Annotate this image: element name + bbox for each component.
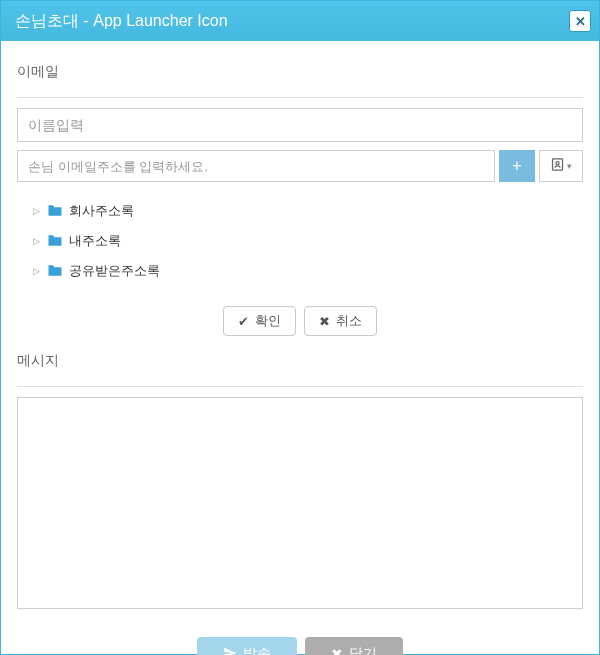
dialog-window: 손님초대 - App Launcher Icon ✕ 이메일 +: [0, 0, 600, 655]
footer-row: 발송 ✖ 닫기: [17, 637, 583, 655]
cancel-button[interactable]: ✖ 취소: [304, 306, 377, 336]
titlebar[interactable]: 손님초대 - App Launcher Icon ✕: [1, 1, 599, 41]
paper-plane-icon: [223, 646, 237, 656]
folder-icon: [47, 263, 63, 280]
chevron-right-icon: ▷: [33, 266, 41, 276]
message-textarea[interactable]: [17, 397, 583, 609]
confirm-cancel-row: ✔ 확인 ✖ 취소: [17, 306, 583, 336]
send-button[interactable]: 발송: [197, 637, 297, 655]
message-section-label: 메시지: [17, 352, 583, 370]
confirm-label: 확인: [255, 312, 281, 330]
window-title: 손님초대 - App Launcher Icon: [15, 11, 228, 32]
x-icon: ✖: [319, 314, 330, 329]
chevron-down-icon: ▾: [567, 161, 572, 171]
plus-icon: +: [512, 157, 521, 175]
check-icon: ✔: [238, 314, 249, 329]
address-book-tree: ▷ 회사주소록 ▷ 내주소록 ▷ 공유받은주소록: [17, 192, 583, 300]
dialog-content: 이메일 + ▾ ▷: [1, 41, 599, 655]
close-button[interactable]: ✖ 닫기: [305, 637, 403, 655]
tree-item-label: 회사주소록: [69, 202, 134, 220]
folder-icon: [47, 203, 63, 220]
cancel-label: 취소: [336, 312, 362, 330]
chevron-right-icon: ▷: [33, 206, 41, 216]
tree-item-company[interactable]: ▷ 회사주소록: [33, 196, 583, 226]
x-icon: ✖: [331, 646, 343, 655]
close-label: 닫기: [349, 645, 377, 655]
confirm-button[interactable]: ✔ 확인: [223, 306, 296, 336]
tree-item-shared[interactable]: ▷ 공유받은주소록: [33, 256, 583, 286]
folder-icon: [47, 233, 63, 250]
tree-item-my[interactable]: ▷ 내주소록: [33, 226, 583, 256]
guest-email-input[interactable]: [17, 150, 495, 182]
tree-item-label: 내주소록: [69, 232, 121, 250]
send-label: 발송: [243, 645, 271, 655]
name-input[interactable]: [17, 108, 583, 142]
address-book-icon: [550, 157, 565, 175]
window-close-button[interactable]: ✕: [569, 10, 591, 32]
chevron-right-icon: ▷: [33, 236, 41, 246]
close-icon: ✕: [575, 14, 586, 29]
svg-point-1: [556, 162, 559, 165]
add-button[interactable]: +: [499, 150, 535, 182]
contact-dropdown[interactable]: ▾: [539, 150, 583, 182]
tree-item-label: 공유받은주소록: [69, 262, 160, 280]
email-section-label: 이메일: [17, 63, 583, 81]
email-row: + ▾: [17, 150, 583, 182]
